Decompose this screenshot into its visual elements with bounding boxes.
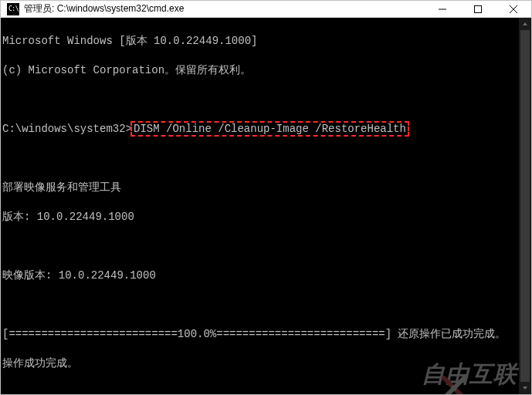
cmd-icon — [7, 3, 19, 15]
terminal-area[interactable]: Microsoft Windows [版本 10.0.22449.1000] (… — [1, 18, 531, 394]
scroll-track[interactable] — [519, 30, 531, 382]
scroll-down-arrow[interactable] — [519, 382, 531, 394]
close-icon — [510, 5, 517, 13]
maximize-icon — [474, 5, 482, 13]
close-button[interactable] — [496, 1, 531, 17]
progress-line: [==========================100.0%=======… — [2, 327, 530, 342]
svg-marker-4 — [523, 22, 527, 25]
copyright-line: (c) Microsoft Corporation。保留所有权利。 — [2, 63, 530, 78]
dism-command: DISM /Online /Cleanup-Image /RestoreHeal… — [134, 123, 406, 135]
window-controls — [425, 1, 531, 17]
blank-line — [2, 298, 530, 312]
minimize-icon — [439, 5, 446, 13]
prompt-line-1: C:\windows\system32>DISM /Online /Cleanu… — [2, 122, 530, 137]
blank-line — [2, 386, 530, 394]
blank-line — [2, 93, 530, 107]
tool-name-line: 部署映像服务和管理工具 — [2, 181, 530, 195]
maximize-button[interactable] — [460, 1, 496, 17]
blank-line — [2, 151, 530, 166]
tool-version-line: 版本: 10.0.22449.1000 — [2, 210, 530, 225]
command-highlight: DISM /Online /Cleanup-Image /RestoreHeal… — [130, 121, 409, 137]
cmd-window: 管理员: C:\windows\system32\cmd.exe Microso… — [0, 0, 532, 395]
success-line: 操作成功完成。 — [2, 356, 530, 371]
banner-line: Microsoft Windows [版本 10.0.22449.1000] — [2, 34, 530, 49]
scroll-up-arrow[interactable] — [519, 18, 531, 30]
svg-marker-5 — [523, 387, 527, 390]
scroll-thumb[interactable] — [520, 30, 530, 382]
blank-line — [2, 239, 530, 254]
minimize-button[interactable] — [425, 1, 460, 17]
terminal-scrollbar[interactable] — [519, 18, 531, 394]
prompt-path: C:\windows\system32> — [2, 123, 132, 135]
image-version-line: 映像版本: 10.0.22449.1000 — [2, 268, 530, 283]
titlebar[interactable]: 管理员: C:\windows\system32\cmd.exe — [1, 1, 531, 18]
window-title: 管理员: C:\windows\system32\cmd.exe — [24, 2, 425, 15]
svg-rect-1 — [475, 5, 482, 12]
